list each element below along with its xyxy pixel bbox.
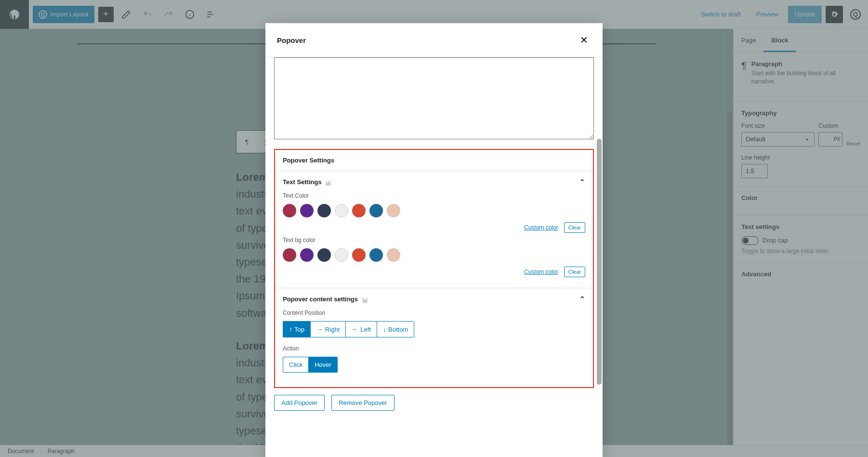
action-click-button[interactable]: Click xyxy=(283,357,309,373)
action-label: Action xyxy=(283,345,585,352)
highlighted-settings-region: Popover Settings Text Settings ⌃ Text Co… xyxy=(274,149,594,388)
color-swatch[interactable] xyxy=(335,248,348,262)
text-settings-toggle[interactable]: Text Settings ⌃ xyxy=(283,178,585,186)
color-swatch[interactable] xyxy=(387,204,400,217)
arrow-right-icon: → xyxy=(316,325,323,333)
content-position-label: Content Position xyxy=(283,309,585,316)
position-button-group: ↑Top →Right ←Left ↓Bottom xyxy=(283,321,585,337)
color-swatch[interactable] xyxy=(317,248,331,262)
remove-popover-button[interactable]: Remove Popover xyxy=(331,395,394,411)
text-settings-label: Text Settings xyxy=(283,178,322,186)
position-right-button[interactable]: →Right xyxy=(310,321,346,337)
color-swatch[interactable] xyxy=(283,204,296,217)
drag-indicator-icon xyxy=(326,180,333,185)
position-top-button[interactable]: ↑Top xyxy=(283,321,311,337)
color-swatch[interactable] xyxy=(317,204,331,217)
color-swatch[interactable] xyxy=(387,248,400,262)
color-swatch[interactable] xyxy=(369,248,383,262)
text-color-label: Text Color xyxy=(283,192,585,199)
add-popover-button[interactable]: Add Popover xyxy=(274,395,325,411)
text-bg-color-label: Text bg color xyxy=(283,237,585,243)
custom-color-link[interactable]: Custom color xyxy=(524,224,558,231)
text-bg-swatches xyxy=(283,248,585,262)
color-swatch[interactable] xyxy=(300,204,314,217)
color-swatch[interactable] xyxy=(335,204,348,217)
color-swatch[interactable] xyxy=(352,204,366,217)
modal-scrollbar[interactable] xyxy=(596,23,603,457)
custom-bg-color-link[interactable]: Custom color xyxy=(524,269,558,275)
action-button-group: Click Hover xyxy=(283,357,585,373)
color-swatch[interactable] xyxy=(300,248,314,262)
content-settings-label: Popover content settings xyxy=(283,296,358,303)
arrow-left-icon: ← xyxy=(352,325,358,333)
position-bottom-button[interactable]: ↓Bottom xyxy=(377,321,414,337)
drag-indicator-icon xyxy=(363,297,369,302)
position-left-button[interactable]: ←Left xyxy=(345,321,377,337)
modal-overlay: Popover ✕ Popover Settings Text Settings xyxy=(0,0,868,457)
popover-content-textarea[interactable] xyxy=(274,57,594,139)
clear-bg-color-button[interactable]: Clear xyxy=(564,267,585,277)
modal-close-button[interactable]: ✕ xyxy=(577,33,591,47)
color-swatch[interactable] xyxy=(369,204,383,217)
content-settings-toggle[interactable]: Popover content settings ⌃ xyxy=(283,295,585,303)
action-hover-button[interactable]: Hover xyxy=(308,357,338,373)
clear-color-button[interactable]: Clear xyxy=(564,222,585,233)
color-swatch[interactable] xyxy=(352,248,366,262)
chevron-up-icon: ⌃ xyxy=(579,178,585,186)
modal-title: Popover xyxy=(277,36,306,44)
arrow-down-icon: ↓ xyxy=(383,325,386,333)
chevron-up-icon: ⌃ xyxy=(579,295,585,303)
arrow-up-icon: ↑ xyxy=(289,325,292,333)
color-swatch[interactable] xyxy=(283,248,296,262)
popover-modal: Popover ✕ Popover Settings Text Settings xyxy=(265,23,603,457)
text-color-swatches xyxy=(283,204,585,217)
popover-settings-header: Popover Settings xyxy=(275,150,593,171)
